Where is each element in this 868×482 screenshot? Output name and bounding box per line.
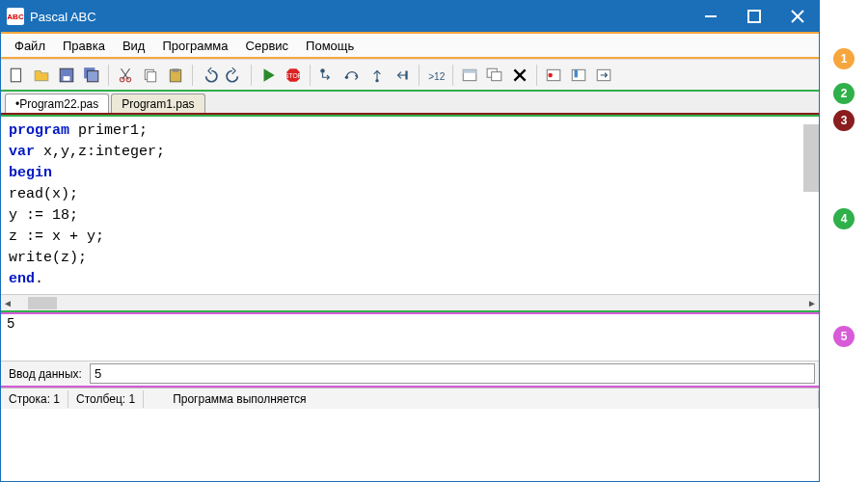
svg-rect-22 (405, 70, 407, 79)
save-all-button[interactable] (80, 64, 103, 87)
minimize-button[interactable] (689, 1, 732, 32)
svg-point-31 (548, 72, 553, 77)
menu-Правка[interactable]: Правка (55, 36, 113, 56)
goto-button[interactable] (592, 64, 615, 87)
svg-rect-14 (148, 71, 156, 81)
breakpoint-button[interactable] (542, 64, 565, 87)
window-title: Pascal ABC (30, 10, 689, 24)
annotation-badge-4: 4 (833, 208, 854, 229)
annotation-badge-1: 1 (833, 48, 854, 69)
maximize-button[interactable] (732, 1, 775, 32)
step-over-button[interactable] (340, 64, 364, 87)
stop-button[interactable]: STOP (282, 64, 305, 87)
paste-button[interactable] (164, 64, 187, 87)
tab-Program22pas[interactable]: •Program22.pas (5, 94, 109, 113)
delete-button[interactable] (508, 64, 531, 87)
tab-bar: •Program22.pasProgram1.pas (1, 92, 819, 115)
watch-button[interactable]: >123 (424, 64, 448, 87)
annotation-badge-5: 5 (833, 326, 854, 347)
status-line: Строка: 1 (1, 390, 68, 408)
step-out-button[interactable] (366, 64, 389, 87)
svg-rect-16 (173, 68, 179, 71)
svg-rect-33 (575, 69, 578, 77)
open-file-button[interactable] (30, 64, 53, 87)
cut-button[interactable] (114, 64, 137, 87)
step-back-button[interactable] (391, 64, 414, 87)
menu-Помощь[interactable]: Помощь (298, 36, 362, 56)
menu-Сервис[interactable]: Сервис (238, 36, 297, 56)
new-file-button[interactable] (5, 64, 28, 87)
copy-button[interactable] (139, 64, 162, 87)
toolbar: STOP>123 (1, 59, 819, 92)
svg-point-19 (320, 68, 325, 73)
svg-rect-27 (492, 71, 502, 80)
title-bar: ABC Pascal ABC (1, 1, 819, 32)
svg-rect-4 (11, 68, 20, 82)
redo-button[interactable] (223, 64, 246, 87)
svg-point-21 (375, 78, 378, 81)
input-label: Ввод данных: (1, 364, 90, 384)
svg-rect-1 (748, 11, 760, 22)
menu-Вид[interactable]: Вид (115, 36, 153, 56)
app-icon: ABC (7, 8, 24, 25)
svg-rect-6 (64, 76, 70, 81)
menu-bar: ФайлПравкаВидПрограммаСервисПомощь (1, 32, 819, 59)
svg-rect-25 (463, 69, 476, 72)
status-bar: Строка: 1 Столбец: 1 Программа выполняет… (1, 388, 819, 409)
vertical-scrollbar[interactable] (803, 124, 819, 192)
code-editor[interactable]: program primer1;var x,y,z:integer;beginr… (1, 117, 819, 294)
undo-button[interactable] (198, 64, 221, 87)
status-message: Программа выполняется (144, 390, 819, 408)
status-column: Столбец: 1 (68, 390, 144, 408)
svg-rect-32 (572, 69, 585, 80)
output-text[interactable]: 5 (1, 314, 819, 361)
horizontal-scrollbar[interactable]: ◄► (1, 294, 819, 310)
svg-rect-8 (88, 70, 98, 81)
window-button[interactable] (458, 64, 481, 87)
annotation-badges: 12345 (820, 0, 868, 482)
tab-Program1pas[interactable]: Program1.pas (111, 94, 204, 113)
annotation-badge-2: 2 (833, 83, 854, 104)
output-pane: 5 Ввод данных: (1, 312, 819, 388)
annotation-badge-3: 3 (833, 110, 854, 131)
editor-pane: program primer1;var x,y,z:integer;beginr… (1, 115, 819, 312)
save-button[interactable] (55, 64, 78, 87)
bookmark-button[interactable] (567, 64, 590, 87)
menu-Файл[interactable]: Файл (7, 36, 53, 56)
svg-point-20 (345, 75, 348, 78)
windows-button[interactable] (483, 64, 506, 87)
step-into-button[interactable] (315, 64, 339, 87)
svg-text:STOP: STOP (285, 72, 302, 79)
menu-Программа[interactable]: Программа (154, 36, 235, 56)
svg-text:>123: >123 (428, 70, 445, 81)
input-field[interactable] (90, 363, 815, 384)
close-button[interactable] (775, 1, 819, 32)
run-button[interactable] (257, 64, 280, 87)
